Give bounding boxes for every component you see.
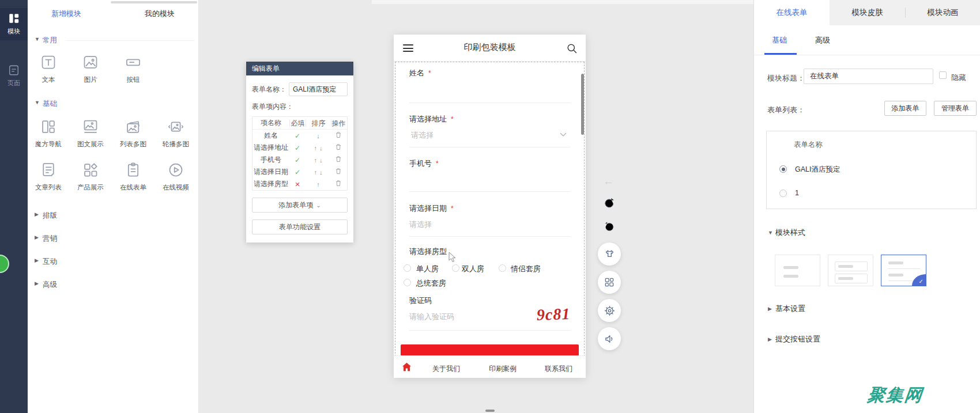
radio-room-couple[interactable] [499,264,506,272]
move-up-icon[interactable]: ↑ [313,169,319,176]
sound-fab-button[interactable] [598,327,621,350]
module-item-list-images[interactable]: 列表多图 [115,119,152,149]
footer-link[interactable]: 印刷案例 [489,364,517,374]
module-title-input[interactable]: 在线表单 [804,69,933,84]
form-radio[interactable] [779,190,787,197]
section-marketing[interactable]: ▶ 营销 [28,234,199,243]
move-down-icon[interactable]: ↓ [315,132,321,139]
trash-icon[interactable] [335,180,342,187]
footer-link[interactable]: 关于我们 [432,364,460,374]
tab-my-modules[interactable]: 我的模块 [145,9,175,19]
captcha-image[interactable]: 9c81 [536,305,571,324]
radio-room-president[interactable] [404,279,411,286]
home-icon[interactable] [402,362,412,372]
move-up-icon[interactable]: ↑ [313,157,319,164]
radio-label[interactable]: 情侣套房 [511,264,541,274]
chevron-right-icon: ▶ [35,281,39,286]
module-item-image[interactable]: 图片 [72,54,109,84]
radio-label[interactable]: 单人房 [416,264,439,274]
captcha-input[interactable]: 请输入验证码 [409,312,454,322]
section-interactive[interactable]: ▶ 互动 [28,257,199,266]
section-layout[interactable]: ▶ 排版 [28,211,199,220]
basic-settings-section[interactable]: 基本设置 [775,304,805,314]
input-underline[interactable] [409,103,570,103]
trash-icon[interactable] [335,143,342,150]
move-up-icon[interactable]: ↑ [315,181,321,188]
date-select[interactable]: 请选择 [409,219,432,230]
skin-fab-button[interactable] [598,243,621,266]
form-list-header: 表单名称 [794,140,823,150]
move-down-icon[interactable]: ↓ [318,145,324,151]
form-name-input[interactable]: GALI酒店预定 [289,82,348,96]
form-radio-selected[interactable] [779,165,787,173]
module-item-online-video[interactable]: 在线视频 [157,162,194,192]
required-check-icon[interactable]: ✓ [295,168,300,176]
move-down-icon[interactable]: ↓ [318,157,324,164]
section-common[interactable]: ▼ 常用 [28,36,199,45]
chevron-right-icon: ▶ [768,336,772,342]
style-option-2[interactable] [828,255,873,286]
nav-rail-item-modules[interactable]: 模块 [0,8,28,40]
footer-link[interactable]: 联系我们 [545,364,572,374]
field-label-address: 请选择地址* [409,114,454,124]
move-down-icon[interactable]: ↓ [318,169,324,176]
canvas-top-scrollbar[interactable] [372,0,753,4]
subtab-advanced[interactable]: 高级 [815,35,830,46]
section-basic[interactable]: ▼ 基础 [28,99,199,108]
required-cross-icon[interactable]: ✕ [295,181,300,188]
subtab-basic[interactable]: 基础 [772,35,787,46]
canvas-bottom-scrollbar[interactable] [485,410,495,412]
form-option-label[interactable]: 1 [795,189,799,197]
required-check-icon[interactable]: ✓ [295,132,300,140]
module-item-cube-nav[interactable]: 魔方导航 [30,119,67,149]
module-item-article-list[interactable]: 文章列表 [30,162,67,192]
nav-rail-item-pages[interactable]: 页面 [0,60,28,92]
radio-room-double[interactable] [452,264,459,272]
chevron-down-icon[interactable] [560,132,567,137]
module-item-button[interactable]: 按钮 [115,54,152,84]
module-item-image-text[interactable]: 图文展示 [72,119,109,149]
input-underline[interactable] [409,191,570,192]
add-form-button[interactable]: 添加表单 [884,101,926,116]
form-option-label[interactable]: GALI酒店预定 [795,165,840,175]
section-advanced[interactable]: ▶ 高级 [28,280,199,289]
form-function-settings-button[interactable]: 表单功能设置 [252,219,348,234]
modules-fab-button[interactable] [598,271,621,294]
phone-scrollbar[interactable] [581,74,584,135]
radio-label[interactable]: 总统套房 [416,278,446,289]
trash-icon[interactable] [335,156,342,162]
tab-module-skin[interactable]: 模块皮肤 [830,0,905,25]
trash-icon[interactable] [335,131,342,138]
undo-icon[interactable] [603,198,616,210]
hide-checkbox[interactable] [939,71,947,79]
style-option-3-selected[interactable]: ✓ [881,255,926,286]
module-style-section[interactable]: 模块样式 [775,228,805,238]
skin-icon [604,248,616,260]
trash-icon[interactable] [335,168,342,175]
required-check-icon[interactable]: ✓ [295,144,300,152]
radio-label[interactable]: 双人房 [462,264,484,274]
settings-fab-button[interactable] [598,299,621,322]
submit-button[interactable] [401,344,579,356]
style-option-1[interactable] [775,255,820,286]
submit-button-settings-section[interactable]: 提交按钮设置 [775,334,820,344]
radio-room-single[interactable] [404,264,411,272]
redo-icon[interactable] [603,221,616,234]
chevron-right-icon: ▶ [35,257,39,263]
manage-form-button[interactable]: 管理表单 [934,101,977,116]
module-item-online-form[interactable]: 在线表单 [115,162,152,192]
module-item-text[interactable]: 文本 [30,54,67,84]
required-check-icon[interactable]: ✓ [295,156,300,164]
back-arrow-icon[interactable]: ← [603,175,614,188]
address-select[interactable]: 请选择 [411,130,434,141]
tab-new-modules[interactable]: 新增模块 [51,9,81,19]
module-item-products[interactable]: 产品展示 [72,162,109,192]
watermark-logo: 聚集网 [866,384,924,407]
tab-module-animation[interactable]: 模块动画 [905,0,980,25]
tab-online-form[interactable]: 在线表单 [754,0,830,25]
panel-top-scrollbar[interactable] [111,1,197,3]
search-icon[interactable] [566,43,578,54]
module-item-carousel[interactable]: 轮播多图 [157,119,194,149]
add-form-item-button[interactable]: 添加表单项 ⌄ [252,198,348,213]
move-up-icon[interactable]: ↑ [313,145,319,151]
